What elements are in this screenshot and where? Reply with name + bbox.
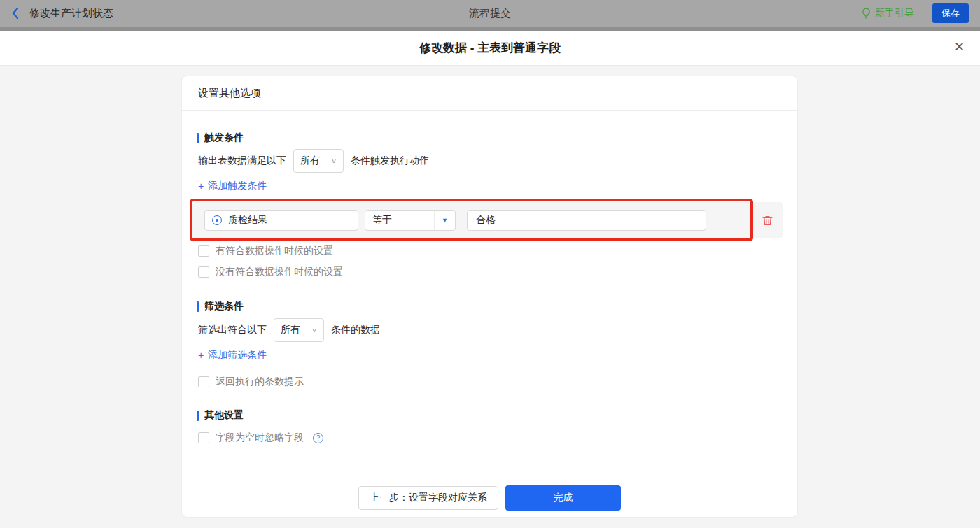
checkbox-row-no-match: 没有符合数据操作时候的设置 — [198, 265, 343, 279]
lightbulb-icon — [861, 8, 872, 19]
card-footer: 上一步：设置字段对应关系 完成 — [182, 478, 797, 518]
trigger-match-select[interactable]: 所有 ∨ — [293, 149, 344, 173]
filter-sentence-suffix: 条件的数据 — [331, 324, 380, 336]
has-match-label: 有符合数据操作时候的设置 — [216, 245, 333, 257]
caret-down-icon: ▼ — [434, 211, 455, 230]
close-icon[interactable]: ✕ — [954, 41, 965, 53]
options-card: 设置其他选项 触发条件 输出表数据满足以下 所有 ∨ 条件触发执行动作 + 添加… — [181, 76, 798, 518]
filter-match-row: 筛选出符合以下 所有 ∨ 条件的数据 — [198, 318, 380, 342]
card-header-title: 设置其他选项 — [182, 76, 797, 111]
filter-sentence-prefix: 筛选出符合以下 — [198, 324, 267, 336]
add-filter-condition-link[interactable]: + 添加筛选条件 — [198, 348, 267, 362]
trigger-match-select-value: 所有 — [300, 155, 320, 167]
checkbox-row-ignore-empty: 字段为空时忽略字段 ? — [198, 431, 323, 445]
plus-icon: + — [198, 350, 204, 361]
add-trigger-condition-link[interactable]: + 添加触发条件 — [198, 179, 267, 193]
trigger-match-row: 输出表数据满足以下 所有 ∨ 条件触发执行动作 — [198, 149, 429, 173]
condition-value-input[interactable]: 合格 — [467, 210, 706, 231]
has-match-checkbox[interactable] — [198, 245, 209, 257]
prev-step-button[interactable]: 上一步：设置字段对应关系 — [358, 486, 498, 510]
radio-field-icon — [212, 215, 222, 225]
condition-field-select[interactable]: 质检结果 — [204, 210, 358, 231]
delete-condition-button[interactable] — [760, 213, 775, 228]
beginner-guide-label: 新手引导 — [875, 7, 914, 20]
condition-operator-select[interactable]: 等于 ▼ — [365, 210, 456, 231]
no-match-checkbox[interactable] — [198, 266, 209, 278]
back-button[interactable] — [11, 6, 20, 20]
trigger-sentence-prefix: 输出表数据满足以下 — [198, 155, 286, 167]
checkbox-row-return-count: 返回执行的条数提示 — [198, 375, 304, 389]
topbar: 修改生产计划状态 流程提交 新手引导 保存 — [0, 0, 980, 31]
filter-match-select-value: 所有 — [281, 324, 300, 336]
accent-bar — [197, 301, 199, 312]
chevron-down-icon: ∨ — [312, 327, 317, 334]
return-count-checkbox[interactable] — [198, 376, 209, 387]
flow-step-title: 流程提交 — [0, 0, 980, 27]
ignore-empty-label: 字段为空时忽略字段 — [216, 431, 304, 444]
beginner-guide-link[interactable]: 新手引导 — [861, 7, 914, 20]
dialog-header: 修改数据 - 主表到普通字段 ✕ — [0, 31, 980, 66]
done-button[interactable]: 完成 — [505, 485, 621, 511]
filter-match-select[interactable]: 所有 ∨ — [274, 318, 324, 342]
no-match-label: 没有符合数据操作时候的设置 — [216, 266, 343, 278]
trash-icon — [762, 215, 774, 227]
checkbox-row-has-match: 有符合数据操作时候的设置 — [198, 244, 333, 258]
page-title: 修改生产计划状态 — [29, 7, 113, 20]
ignore-empty-checkbox[interactable] — [198, 432, 209, 443]
accent-bar — [197, 133, 199, 143]
trigger-section-title: 触发条件 — [197, 131, 244, 145]
accent-bar — [197, 411, 199, 421]
condition-field-value: 质检结果 — [228, 214, 267, 227]
condition-row: 质检结果 等于 ▼ 合格 — [192, 202, 783, 238]
plus-icon: + — [198, 180, 204, 192]
save-button[interactable]: 保存 — [932, 3, 969, 23]
help-question-icon[interactable]: ? — [313, 433, 323, 443]
dialog-title: 修改数据 - 主表到普通字段 — [419, 40, 561, 56]
trigger-sentence-suffix: 条件触发执行动作 — [351, 155, 429, 167]
back-chevron-icon — [11, 6, 20, 20]
condition-operator-value: 等于 — [365, 214, 434, 227]
other-section-title: 其他设置 — [197, 408, 244, 422]
chevron-down-icon: ∨ — [331, 157, 337, 164]
filter-section-title: 筛选条件 — [197, 299, 244, 313]
return-count-label: 返回执行的条数提示 — [216, 376, 304, 388]
